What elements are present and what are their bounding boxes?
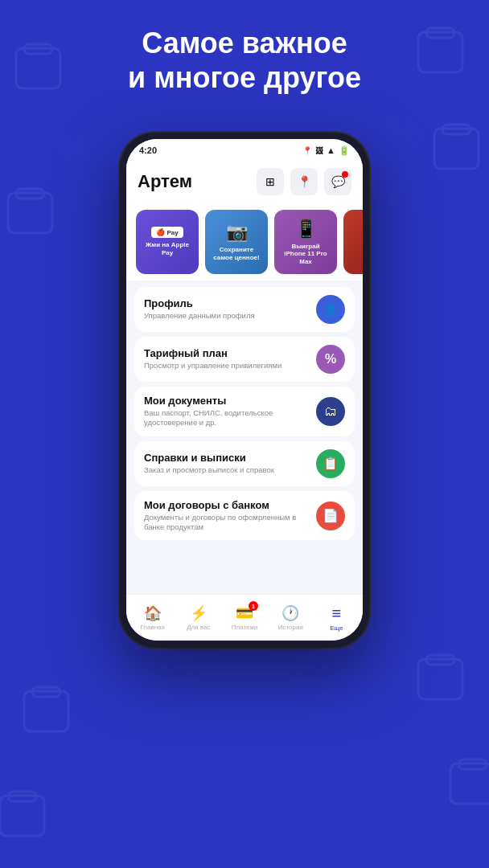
- menu-item-tariff-text: Тарифный план Просмотр и управление прив…: [144, 347, 281, 371]
- apple-pay-text: Pay: [166, 229, 178, 236]
- svg-rect-17: [8, 792, 36, 801]
- svg-rect-15: [458, 760, 487, 769]
- menu-item-documents-title: Мои документы: [144, 395, 301, 407]
- svg-rect-14: [450, 764, 489, 804]
- menu-item-contracts-title: Мои договоры с банком: [144, 499, 301, 511]
- clock-icon: 🕐: [281, 604, 299, 622]
- svg-rect-9: [16, 189, 44, 199]
- svg-rect-12: [418, 659, 462, 699]
- status-time: 4:20: [139, 145, 157, 155]
- banner-save[interactable]: 📷 Сохраните самое ценное!: [205, 210, 268, 274]
- hero-title: Самое важное и многое другое: [0, 26, 489, 95]
- person-icon: 👤: [323, 302, 339, 317]
- banner-save-label: Сохраните самое ценное!: [212, 246, 261, 261]
- banner-apple-pay[interactable]: 🍎 Pay Жми на Apple Pay: [136, 210, 199, 274]
- svg-rect-10: [24, 691, 68, 731]
- nav-more[interactable]: ≡ Еще: [314, 604, 360, 632]
- phone-screen: 4:20 📍 🖼 ▲ 🔋 Артем ⊞ 📍 💬: [126, 139, 363, 641]
- banner-iphone-label: Выиграй iPhone 11 Pro Max: [281, 243, 331, 266]
- location-icon: 📍: [302, 146, 312, 155]
- menu-item-references-title: Справки и выписки: [144, 452, 274, 464]
- menu-item-tariff-sub: Просмотр и управление привилегиями: [144, 361, 281, 371]
- menu-item-documents[interactable]: Мои документы Ваш паспорт, СНИЛС, водите…: [134, 387, 355, 436]
- tariff-icon: %: [316, 345, 345, 374]
- menu-item-contracts-text: Мои договоры с банком Документы и догово…: [144, 499, 301, 533]
- hero-line2: и многое другое: [32, 60, 457, 95]
- folder-icon: 🗂: [324, 404, 337, 419]
- qr-icon: ⊞: [265, 175, 275, 188]
- profile-icon: 👤: [316, 295, 345, 324]
- menu-item-contracts-sub: Документы и договоры по офомрленным в ба…: [144, 513, 301, 533]
- svg-rect-6: [434, 129, 479, 169]
- contracts-icon: 📄: [316, 502, 345, 530]
- app-title: Артем: [138, 171, 192, 192]
- nav-payments-label: Платежи: [232, 624, 257, 631]
- payments-icon: 💳: [236, 604, 253, 622]
- documents-icon: 🗂: [316, 397, 345, 426]
- apple-pay-badge: 🍎 Pay: [151, 227, 183, 238]
- wifi-icon: ▲: [327, 145, 335, 155]
- banner-section: 🍎 Pay Жми на Apple Pay 📷 Сохраните самое…: [126, 203, 363, 280]
- lightning-icon: ⚡: [190, 604, 208, 622]
- chat-button[interactable]: 💬: [324, 168, 351, 195]
- svg-rect-11: [32, 687, 60, 697]
- nav-home-label: Главная: [140, 624, 164, 631]
- nav-foryou-label: Для вас: [187, 624, 210, 631]
- bottom-nav: 🏠 Главная ⚡ Для вас 💳 Платежи 🕐 История …: [126, 594, 363, 641]
- svg-text:%: %: [56, 125, 92, 170]
- menu-list: Профиль Управление данными профиля 👤 Тар…: [126, 280, 363, 547]
- menu-item-profile[interactable]: Профиль Управление данными профиля 👤: [134, 287, 355, 332]
- image-icon: 🖼: [315, 146, 323, 155]
- home-icon: 🏠: [144, 604, 162, 622]
- banner-iphone[interactable]: 📱 Выиграй iPhone 11 Pro Max: [274, 210, 337, 274]
- menu-icon: ≡: [332, 604, 342, 623]
- menu-item-documents-sub: Ваш паспорт, СНИЛС, водительское удостов…: [144, 408, 301, 428]
- menu-item-contracts[interactable]: Мои договоры с банком Документы и догово…: [134, 491, 355, 541]
- menu-item-profile-sub: Управление данными профиля: [144, 311, 255, 321]
- nav-history-label: История: [278, 624, 303, 631]
- phone-device: 4:20 📍 🖼 ▲ 🔋 Артем ⊞ 📍 💬: [120, 133, 369, 647]
- qr-code-button[interactable]: ⊞: [257, 168, 284, 195]
- svg-text:%: %: [434, 768, 470, 813]
- menu-item-profile-title: Профиль: [144, 297, 255, 309]
- svg-rect-8: [8, 193, 52, 233]
- status-bar-icons: 📍 🖼 ▲ 🔋: [302, 145, 350, 156]
- menu-item-tariff-title: Тарифный план: [144, 347, 281, 359]
- percent-icon: %: [325, 352, 336, 366]
- svg-rect-7: [442, 125, 471, 134]
- header-icons: ⊞ 📍 💬: [257, 168, 351, 195]
- menu-item-tariff[interactable]: Тарифный план Просмотр и управление прив…: [134, 337, 355, 382]
- menu-item-profile-text: Профиль Управление данными профиля: [144, 297, 255, 321]
- references-icon: 📋: [316, 449, 345, 478]
- svg-text:%: %: [386, 108, 421, 154]
- nav-payments[interactable]: 💳 Платежи: [221, 604, 267, 631]
- apple-icon: 🍎: [156, 228, 165, 236]
- document-icon: 📄: [323, 508, 339, 523]
- svg-text:%: %: [8, 671, 43, 716]
- nav-foryou[interactable]: ⚡ Для вас: [175, 604, 221, 631]
- menu-item-references-text: Справки и выписки Заказ и просмотр выпис…: [144, 452, 274, 475]
- menu-item-documents-text: Мои документы Ваш паспорт, СНИЛС, водите…: [144, 395, 301, 428]
- svg-rect-16: [0, 796, 44, 836]
- hero-line1: Самое важное: [32, 26, 457, 60]
- svg-rect-13: [426, 655, 454, 665]
- clipboard-icon: 📋: [323, 456, 339, 471]
- menu-item-references-sub: Заказ и просмотр выписок и справок: [144, 465, 274, 475]
- banner-apple-label: Жми на Apple Pay: [142, 241, 192, 256]
- nav-home[interactable]: 🏠 Главная: [129, 604, 175, 631]
- nav-more-label: Еще: [330, 624, 343, 632]
- chat-icon: 💬: [331, 175, 345, 188]
- nav-history[interactable]: 🕐 История: [268, 604, 314, 631]
- location-button[interactable]: 📍: [290, 168, 318, 195]
- banner-partial[interactable]: [343, 210, 363, 274]
- app-header: Артем ⊞ 📍 💬: [126, 162, 363, 203]
- status-bar: 4:20 📍 🖼 ▲ 🔋: [126, 139, 363, 162]
- map-pin-icon: 📍: [298, 175, 311, 188]
- battery-icon: 🔋: [339, 145, 350, 156]
- menu-item-references[interactable]: Справки и выписки Заказ и просмотр выпис…: [134, 441, 355, 486]
